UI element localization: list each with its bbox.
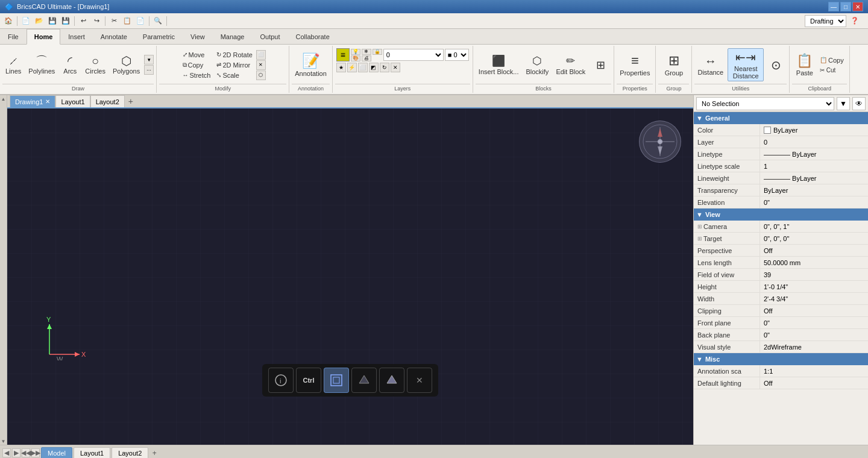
scale-button[interactable]: ⤡ Scale: [214, 71, 255, 80]
popup-ctrl-button[interactable]: Ctrl: [296, 368, 321, 393]
help-button[interactable]: ❓: [849, 15, 861, 27]
copy-qa-button[interactable]: 📋: [121, 15, 133, 27]
layout2-tab[interactable]: Layout2: [112, 447, 148, 459]
utilities-extra-button[interactable]: ⊙: [765, 56, 787, 74]
drawing-canvas[interactable]: X Y W i Ctrl: [7, 108, 693, 445]
popup-3d-shaded-button[interactable]: [379, 368, 404, 393]
general-section-header[interactable]: ▼ General: [694, 112, 868, 124]
lines-button[interactable]: ⟋ Lines: [2, 53, 24, 77]
distance-button[interactable]: ↔ Distance: [694, 52, 726, 78]
tab-manage[interactable]: Manage: [213, 29, 253, 44]
rotate2d-button[interactable]: ↻ 2D Rotate: [214, 50, 255, 60]
paste-button[interactable]: 📋 Paste: [793, 51, 816, 78]
draw-options-button[interactable]: ⋯: [144, 65, 154, 75]
cut-button[interactable]: ✂: [108, 15, 120, 27]
maximize-button[interactable]: □: [840, 2, 851, 11]
tab-scroll-first[interactable]: ◀◀: [22, 448, 30, 457]
save-as-button[interactable]: 💾: [60, 15, 72, 27]
move-button[interactable]: ⤢ Move: [180, 50, 213, 60]
blockify-button[interactable]: ⬡ Blockify: [523, 52, 552, 77]
app-logo-icon: 🔷: [5, 3, 13, 11]
minimize-button[interactable]: —: [828, 2, 839, 11]
misc-section-header[interactable]: ▼ Misc: [694, 353, 868, 365]
polygons-button[interactable]: ⬡ Polygons: [110, 53, 143, 77]
properties-button[interactable]: ≡ Properties: [617, 51, 653, 78]
edit-block-button[interactable]: ✏ Edit Block: [553, 52, 588, 77]
save-button[interactable]: 💾: [46, 15, 58, 27]
modify-close-button[interactable]: ✕: [256, 60, 266, 70]
new-button[interactable]: 📄: [20, 15, 32, 27]
tab-drawing1[interactable]: Drawing1 ✕: [10, 95, 55, 107]
tab-insert[interactable]: Insert: [60, 29, 93, 44]
nearest-distance-button[interactable]: ⇤⇥ Nearest Distance: [728, 48, 764, 81]
group-icon: ⊞: [668, 53, 679, 69]
layer-on-button[interactable]: 💡: [351, 49, 360, 55]
copy-button[interactable]: ⧉ Copy: [180, 60, 213, 70]
close-drawing1-button[interactable]: ✕: [45, 98, 50, 105]
draw-group-content: ⟋ Lines ⌒ Polylines ◜ Arcs ○ Circles ⬡: [2, 47, 154, 84]
layer-btn-2[interactable]: ⚡: [347, 63, 357, 72]
block-expand-button[interactable]: ⊞: [590, 57, 611, 74]
tab-layout2[interactable]: Layout2: [90, 95, 125, 107]
tab-collaborate[interactable]: Collaborate: [288, 29, 338, 44]
add-layout-button[interactable]: +: [149, 448, 159, 458]
arcs-button[interactable]: ◜ Arcs: [59, 53, 81, 77]
open-button[interactable]: 📂: [33, 15, 45, 27]
layer-btn-4[interactable]: ◩: [369, 63, 379, 72]
popup-close-button[interactable]: ✕: [407, 368, 432, 393]
layer-print-button[interactable]: 🖨: [362, 55, 371, 61]
polylines-button[interactable]: ⌒ Polylines: [25, 53, 58, 77]
layout1-tab[interactable]: Layout1: [74, 447, 110, 459]
tab-layout1[interactable]: Layout1: [55, 95, 90, 107]
insert-block-button[interactable]: ⬛ Insert Block...: [476, 52, 522, 77]
tab-output[interactable]: Output: [252, 29, 288, 44]
color-selector[interactable]: ■ 0: [445, 49, 469, 61]
modify-expand-button[interactable]: ⬡: [256, 71, 266, 80]
workspace-selector[interactable]: Drafting: [805, 15, 846, 27]
close-button[interactable]: ✕: [852, 2, 863, 11]
layer-icon[interactable]: ≡: [336, 48, 350, 61]
tab-annotate[interactable]: Annotate: [93, 29, 135, 44]
popup-2d-wireframe-button[interactable]: [324, 368, 349, 393]
layer-btn-3[interactable]: ⬜: [358, 63, 368, 72]
props-selector[interactable]: No Selection: [696, 97, 834, 110]
scroll-down-button[interactable]: ▼: [0, 438, 7, 445]
view-section-header[interactable]: ▼ View: [694, 209, 868, 221]
draw-expand-button[interactable]: ▼: [144, 55, 154, 64]
popup-info-button[interactable]: i: [268, 368, 294, 393]
layer-btn-1[interactable]: ★: [336, 63, 346, 72]
tab-scroll-right[interactable]: ▶: [12, 448, 20, 457]
group-button[interactable]: ⊞ Group: [662, 51, 687, 78]
mirror2d-button[interactable]: ⇌ 2D Mirror: [214, 60, 255, 70]
props-eye-button[interactable]: 👁: [852, 97, 866, 110]
layer-selector[interactable]: 0: [383, 49, 444, 61]
redo-button[interactable]: ↪: [90, 15, 102, 27]
circles-button[interactable]: ○ Circles: [82, 53, 108, 77]
layer-btn-6[interactable]: ✕: [391, 63, 400, 72]
modify-panel-button[interactable]: ⬜: [256, 50, 266, 60]
annotation-button[interactable]: 📝 Annotation: [292, 50, 330, 80]
snap-button[interactable]: 🔍: [152, 15, 164, 27]
cut-clipboard-button[interactable]: ✂ Cut: [817, 66, 846, 75]
tab-home[interactable]: Home: [27, 29, 61, 45]
layer-btn-5[interactable]: ↻: [380, 63, 389, 72]
layer-lock-button[interactable]: 🔒: [373, 49, 382, 55]
props-filter-button[interactable]: ▼: [837, 97, 850, 110]
tab-scroll-last[interactable]: ▶▶: [31, 448, 40, 457]
paste-qa-button[interactable]: 📄: [134, 15, 146, 27]
annotation-group-content: 📝 Annotation: [292, 47, 330, 84]
tab-file[interactable]: File: [0, 29, 27, 44]
home-button[interactable]: 🏠: [2, 15, 14, 27]
tab-view[interactable]: View: [183, 29, 213, 44]
copy-clipboard-button[interactable]: 📋 Copy: [817, 55, 846, 65]
tab-scroll-left[interactable]: ◀: [2, 448, 11, 457]
model-tab[interactable]: Model: [41, 447, 72, 459]
stretch-button[interactable]: ↔ Stretch: [180, 71, 213, 80]
layer-color-button[interactable]: 🎨: [351, 55, 360, 61]
add-tab-button[interactable]: +: [125, 95, 137, 107]
popup-3d-hidden-button[interactable]: [351, 368, 377, 393]
scroll-up-button[interactable]: ▲: [0, 95, 7, 102]
undo-button[interactable]: ↩: [77, 15, 89, 27]
tab-parametric[interactable]: Parametric: [135, 29, 183, 44]
layer-freeze-button[interactable]: ❄: [362, 49, 371, 55]
